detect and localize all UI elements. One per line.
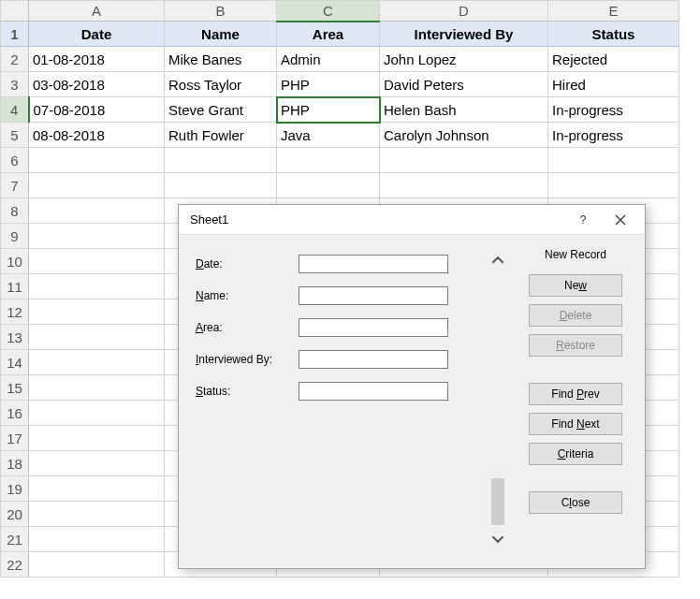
close-window-button[interactable] bbox=[602, 206, 639, 234]
select-all-corner[interactable] bbox=[1, 1, 29, 22]
cell[interactable]: Admin bbox=[277, 47, 380, 72]
cell[interactable] bbox=[29, 148, 165, 173]
find-prev-button[interactable]: Find Prev bbox=[529, 383, 622, 405]
cell[interactable] bbox=[548, 173, 679, 198]
row-header[interactable]: 11 bbox=[1, 274, 29, 300]
find-next-button[interactable]: Find Next bbox=[529, 413, 622, 435]
row-header[interactable]: 9 bbox=[1, 224, 29, 249]
cell[interactable]: David Peters bbox=[380, 72, 548, 97]
cell[interactable]: Carolyn Johnson bbox=[380, 123, 548, 148]
restore-button[interactable]: Restore bbox=[529, 334, 622, 357]
cell[interactable] bbox=[277, 148, 380, 173]
cell[interactable]: 08-08-2018 bbox=[29, 123, 165, 148]
row-header[interactable]: 20 bbox=[1, 502, 29, 527]
cell[interactable] bbox=[29, 552, 165, 577]
dialog-titlebar[interactable]: Sheet1 ? bbox=[179, 205, 645, 235]
row-header[interactable]: 7 bbox=[1, 173, 29, 198]
cell[interactable] bbox=[29, 198, 165, 224]
criteria-button[interactable]: Criteria bbox=[529, 443, 622, 465]
cell[interactable] bbox=[29, 300, 165, 325]
cell[interactable] bbox=[380, 148, 548, 173]
row-header[interactable]: 3 bbox=[1, 72, 29, 97]
cell[interactable] bbox=[29, 274, 165, 300]
col-header-D[interactable]: D bbox=[380, 1, 548, 22]
cell[interactable]: Java bbox=[277, 123, 380, 148]
cell[interactable] bbox=[29, 350, 165, 375]
scroll-track[interactable] bbox=[490, 270, 505, 529]
cell[interactable] bbox=[29, 476, 165, 502]
row-header[interactable]: 22 bbox=[1, 552, 29, 577]
cell[interactable]: Ruth Fowler bbox=[165, 123, 277, 148]
record-status: New Record bbox=[545, 248, 606, 267]
new-button[interactable]: New bbox=[529, 274, 622, 297]
header-area[interactable]: Area bbox=[277, 22, 380, 47]
area-input[interactable] bbox=[299, 318, 448, 337]
row-header[interactable]: 10 bbox=[1, 249, 29, 274]
cell[interactable]: Ross Taylor bbox=[165, 72, 277, 97]
cell[interactable]: 03-08-2018 bbox=[29, 72, 165, 97]
help-icon: ? bbox=[580, 213, 587, 226]
field-label-date: Date: bbox=[196, 257, 289, 270]
scroll-thumb[interactable] bbox=[491, 478, 504, 525]
row-header[interactable]: 19 bbox=[1, 476, 29, 502]
cell[interactable] bbox=[29, 451, 165, 476]
cell[interactable]: 01-08-2018 bbox=[29, 47, 165, 72]
cell[interactable] bbox=[29, 173, 165, 198]
cell-active[interactable]: PHP bbox=[277, 97, 380, 123]
cell[interactable] bbox=[548, 148, 679, 173]
row-header[interactable]: 12 bbox=[1, 300, 29, 325]
row-header[interactable]: 6 bbox=[1, 148, 29, 173]
date-input[interactable] bbox=[299, 255, 448, 273]
cell[interactable]: John Lopez bbox=[380, 47, 548, 72]
cell[interactable]: Steve Grant bbox=[165, 97, 277, 123]
col-header-E[interactable]: E bbox=[548, 1, 679, 22]
row-header[interactable]: 5 bbox=[1, 123, 29, 148]
cell[interactable] bbox=[29, 527, 165, 552]
row-header[interactable]: 13 bbox=[1, 325, 29, 350]
cell[interactable] bbox=[29, 502, 165, 527]
record-scrollbar[interactable] bbox=[489, 248, 506, 555]
row-header[interactable]: 15 bbox=[1, 375, 29, 401]
cell[interactable]: Rejected bbox=[548, 47, 679, 72]
row-header[interactable]: 17 bbox=[1, 426, 29, 451]
cell[interactable]: Helen Bash bbox=[380, 97, 548, 123]
interviewed-by-input[interactable] bbox=[299, 350, 448, 369]
row-header[interactable]: 4 bbox=[1, 97, 29, 123]
col-header-B[interactable]: B bbox=[165, 1, 277, 22]
cell[interactable] bbox=[29, 401, 165, 426]
header-name[interactable]: Name bbox=[165, 22, 277, 47]
col-header-A[interactable]: A bbox=[29, 1, 165, 22]
header-interviewed-by[interactable]: Interviewed By bbox=[380, 22, 548, 47]
col-header-C[interactable]: C bbox=[277, 1, 380, 22]
row-header[interactable]: 21 bbox=[1, 527, 29, 552]
name-input[interactable] bbox=[299, 286, 448, 305]
cell[interactable] bbox=[380, 173, 548, 198]
cell[interactable] bbox=[165, 148, 277, 173]
delete-button[interactable]: Delete bbox=[529, 304, 622, 327]
cell[interactable] bbox=[29, 375, 165, 401]
help-button[interactable]: ? bbox=[564, 206, 602, 234]
cell[interactable] bbox=[29, 325, 165, 350]
chevron-down-icon bbox=[491, 533, 504, 546]
status-input[interactable] bbox=[299, 382, 448, 401]
cell[interactable]: In-progress bbox=[548, 97, 679, 123]
header-status[interactable]: Status bbox=[548, 22, 679, 47]
cell[interactable]: 07-08-2018 bbox=[29, 97, 165, 123]
cell[interactable] bbox=[29, 224, 165, 249]
row-header[interactable]: 2 bbox=[1, 47, 29, 72]
cell[interactable]: In-progress bbox=[548, 123, 679, 148]
row-header[interactable]: 18 bbox=[1, 451, 29, 476]
cell[interactable]: Hired bbox=[548, 72, 679, 97]
cell[interactable] bbox=[29, 249, 165, 274]
cell[interactable] bbox=[165, 173, 277, 198]
cell[interactable]: Mike Banes bbox=[165, 47, 277, 72]
cell[interactable]: PHP bbox=[277, 72, 380, 97]
row-header[interactable]: 8 bbox=[1, 198, 29, 224]
row-header[interactable]: 1 bbox=[1, 22, 29, 47]
row-header[interactable]: 14 bbox=[1, 350, 29, 375]
row-header[interactable]: 16 bbox=[1, 401, 29, 426]
cell[interactable] bbox=[29, 426, 165, 451]
header-date[interactable]: Date bbox=[29, 22, 165, 47]
cell[interactable] bbox=[277, 173, 380, 198]
close-button[interactable]: Close bbox=[529, 491, 622, 514]
